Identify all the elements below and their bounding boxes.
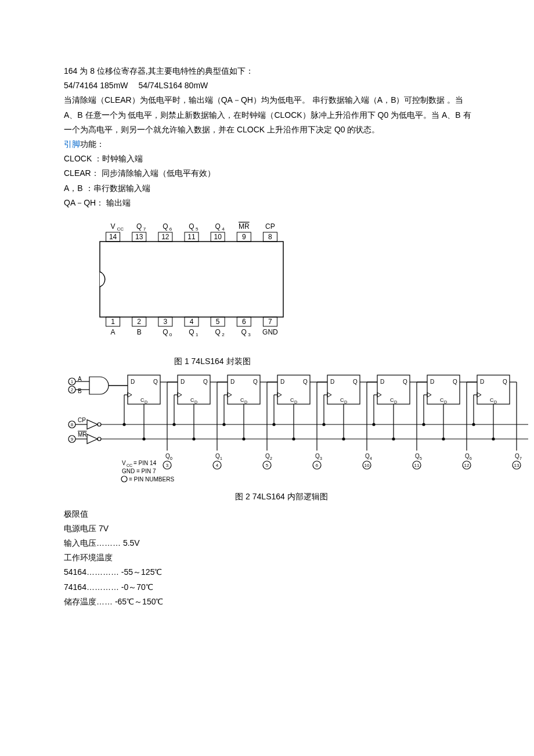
svg-text:GND = PIN 7: GND = PIN 7 <box>122 468 156 474</box>
svg-text:D: D <box>344 400 347 404</box>
svg-text:D: D <box>430 379 434 385</box>
svg-text:5: 5 <box>420 456 422 460</box>
svg-text:10: 10 <box>214 233 222 241</box>
svg-text:D: D <box>194 400 197 404</box>
svg-point-159 <box>342 438 345 440</box>
svg-text:3: 3 <box>320 456 322 460</box>
svg-point-140 <box>293 438 295 440</box>
svg-text:3: 3 <box>166 463 169 468</box>
svg-text:Q: Q <box>403 379 407 385</box>
svg-point-100 <box>173 423 175 426</box>
svg-text:CP: CP <box>265 222 275 231</box>
svg-text:B: B <box>78 388 82 394</box>
svg-text:Q: Q <box>215 328 220 336</box>
svg-text:Q: Q <box>241 328 247 336</box>
svg-text:C: C <box>290 397 294 403</box>
svg-point-197 <box>442 438 445 440</box>
svg-point-119 <box>223 423 225 426</box>
pin-clear: CLEAR： 同步清除输入端（低电平有效） <box>64 166 476 181</box>
svg-point-83 <box>143 438 145 440</box>
pin-clock: CLOCK ：时钟输入端 <box>64 152 476 166</box>
svg-text:D: D <box>244 400 247 404</box>
svg-text:D: D <box>380 379 384 385</box>
svg-text:4: 4 <box>216 463 219 468</box>
intro-line-2: 54/74164 185mW 54/74LS164 80mW <box>64 78 476 93</box>
svg-text:3: 3 <box>248 332 251 337</box>
svg-text:6: 6 <box>316 463 319 468</box>
limits-temp-op: 工作环境温度 <box>64 550 476 565</box>
svg-text:13: 13 <box>514 463 519 468</box>
svg-text:A: A <box>78 376 82 382</box>
limits-tstore: 储存温度…… -65℃～150℃ <box>64 595 476 609</box>
svg-text:2: 2 <box>137 318 141 326</box>
svg-text:11: 11 <box>187 233 196 241</box>
limits-vsupply: 电源电压 7V <box>64 521 476 536</box>
svg-text:2: 2 <box>222 332 225 337</box>
svg-text:8: 8 <box>268 233 272 241</box>
svg-text:Q: Q <box>136 222 142 231</box>
svg-text:Q: Q <box>163 328 168 336</box>
svg-text:D: D <box>280 379 284 385</box>
svg-text:Q: Q <box>153 379 158 385</box>
intro-line-1: 164 为 8 位移位寄存器,其主要电特性的典型值如下： <box>64 64 476 78</box>
figure-1: 14VCC1A13Q72B12Q63Q011Q54Q110Q45Q29MR6Q3… <box>87 214 476 352</box>
svg-text:V: V <box>122 460 126 466</box>
svg-text:Q: Q <box>415 453 420 459</box>
svg-point-176 <box>373 423 375 426</box>
svg-text:D: D <box>444 400 447 404</box>
svg-text:2: 2 <box>71 387 74 393</box>
svg-text:CC: CC <box>127 463 132 467</box>
svg-text:0: 0 <box>170 456 172 460</box>
svg-text:11: 11 <box>414 463 420 468</box>
figure-1-caption: 图 1 74LS164 封装图 <box>64 354 476 369</box>
svg-text:C: C <box>140 397 145 403</box>
limits-vin: 输入电压……… 5.5V <box>64 536 476 550</box>
svg-text:D: D <box>330 379 334 385</box>
svg-text:C: C <box>240 397 244 403</box>
svg-text:V: V <box>111 222 116 231</box>
svg-text:6: 6 <box>242 318 246 326</box>
svg-text:Q: Q <box>203 379 208 385</box>
svg-text:D: D <box>181 379 185 385</box>
svg-text:C: C <box>340 397 344 403</box>
svg-text:Q: Q <box>303 379 308 385</box>
svg-text:1: 1 <box>220 456 222 460</box>
svg-point-121 <box>243 438 245 440</box>
svg-point-81 <box>123 423 125 426</box>
svg-point-178 <box>392 438 395 440</box>
pins-link: 引脚 <box>64 139 80 149</box>
svg-text:4: 4 <box>222 226 225 232</box>
svg-text:5: 5 <box>216 318 220 326</box>
svg-text:Q: Q <box>465 453 470 459</box>
svg-text:Q: Q <box>163 222 168 231</box>
svg-text:C: C <box>440 397 444 403</box>
svg-point-102 <box>193 438 195 440</box>
limits-t74: 74164………… -0～70℃ <box>64 580 476 595</box>
svg-text:Q: Q <box>353 379 358 385</box>
svg-point-138 <box>273 423 275 426</box>
svg-text:D: D <box>394 400 397 404</box>
svg-text:13: 13 <box>135 233 143 241</box>
svg-text:A: A <box>111 328 116 336</box>
svg-text:B: B <box>137 328 142 336</box>
svg-point-157 <box>323 423 325 426</box>
figure-2: 12AB8CP9MRDQCDQ03DQCDQ14DQCDQ25DQCDQ36DQ… <box>64 372 476 487</box>
svg-text:Q: Q <box>503 379 507 385</box>
svg-text:7: 7 <box>519 456 522 460</box>
svg-text:9: 9 <box>71 437 74 442</box>
svg-text:1: 1 <box>71 379 74 384</box>
svg-text:Q: Q <box>253 379 258 385</box>
svg-text:10: 10 <box>365 463 370 468</box>
svg-text:1: 1 <box>196 332 199 337</box>
svg-point-227 <box>121 476 127 482</box>
svg-point-214 <box>472 423 475 426</box>
svg-text:5: 5 <box>196 226 199 232</box>
svg-text:Q: Q <box>315 453 320 459</box>
svg-text:6: 6 <box>169 226 172 232</box>
svg-rect-0 <box>100 242 283 317</box>
pins-heading-rest: 功能： <box>80 139 104 149</box>
svg-text:Q: Q <box>165 453 170 459</box>
limits-title: 极限值 <box>64 507 476 521</box>
svg-text:Q: Q <box>189 222 194 231</box>
svg-text:7: 7 <box>143 226 146 232</box>
